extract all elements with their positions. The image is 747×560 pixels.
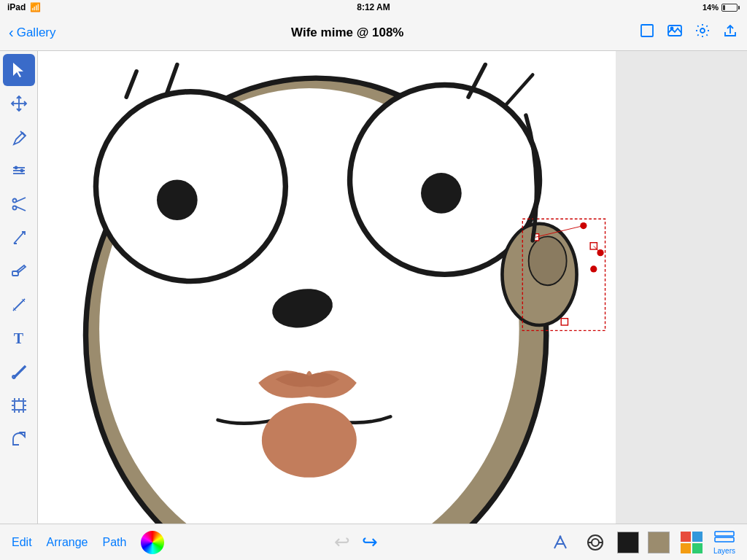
status-left: iPad 📶 — [7, 2, 41, 12]
nav-bar: ‹ Gallery Wife mime @ 108% — [0, 15, 747, 51]
color-wheel[interactable] — [141, 531, 164, 554]
document-title: Wife mime @ 108% — [291, 26, 403, 40]
pen-tool[interactable] — [3, 121, 35, 153]
layers-button[interactable]: Layers — [713, 530, 735, 555]
svg-point-41 — [157, 179, 198, 220]
line-tool[interactable] — [3, 289, 35, 321]
svg-point-60 — [262, 403, 357, 478]
nav-back[interactable]: ‹ Gallery — [9, 24, 56, 41]
bottom-left: Edit Arrange Path — [12, 531, 164, 554]
wifi-icon: 📶 — [30, 2, 41, 12]
undo-button[interactable]: ↩ — [334, 531, 350, 553]
bottom-undo-redo: ↩ ↪ — [334, 531, 378, 553]
svg-rect-70 — [692, 543, 703, 553]
svg-point-3 — [700, 28, 705, 33]
image-icon[interactable] — [667, 23, 683, 42]
svg-point-49 — [529, 236, 567, 285]
black-swatch[interactable] — [617, 532, 639, 553]
svg-rect-68 — [692, 532, 703, 542]
bottom-right: Layers — [547, 529, 735, 556]
canvas-svg — [38, 51, 616, 524]
edit-menu[interactable]: Edit — [12, 536, 32, 549]
battery-percent: 14% — [703, 3, 719, 12]
svg-point-64 — [592, 539, 599, 546]
svg-point-15 — [12, 206, 16, 210]
svg-line-47 — [506, 74, 533, 105]
svg-point-12 — [15, 167, 17, 169]
direct-select-tool[interactable] — [3, 155, 35, 187]
eraser-tool[interactable] — [3, 255, 35, 287]
settings-icon[interactable] — [694, 23, 711, 42]
font-button[interactable] — [547, 529, 573, 556]
mosaic-swatch[interactable] — [678, 529, 705, 556]
svg-rect-25 — [15, 401, 23, 410]
bottom-toolbar: Edit Arrange Path ↩ ↪ — [0, 524, 747, 560]
status-right: 14% — [703, 3, 740, 12]
svg-line-44 — [126, 71, 136, 97]
svg-point-13 — [20, 170, 23, 172]
svg-rect-0 — [641, 25, 653, 36]
svg-line-17 — [16, 207, 26, 211]
back-arrow-icon: ‹ — [9, 24, 14, 41]
ipad-label: iPad — [7, 2, 26, 12]
text-tool[interactable]: T — [3, 322, 35, 354]
arrange-menu[interactable]: Arrange — [47, 536, 88, 549]
pencil-tool[interactable] — [3, 222, 35, 254]
redo-button[interactable]: ↪ — [362, 531, 378, 553]
canvas-area[interactable] — [38, 51, 616, 524]
nav-actions — [639, 23, 738, 42]
svg-rect-67 — [681, 532, 691, 542]
svg-point-51 — [590, 265, 597, 272]
svg-point-2 — [671, 28, 673, 30]
svg-point-14 — [12, 199, 16, 203]
artboard-tool[interactable] — [3, 389, 35, 421]
svg-line-18 — [14, 232, 24, 244]
svg-line-45 — [167, 65, 177, 93]
svg-marker-5 — [13, 63, 23, 77]
tan-swatch[interactable] — [648, 532, 670, 553]
status-bar: iPad 📶 8:12 AM 14% — [0, 0, 747, 15]
share-icon[interactable] — [722, 23, 738, 42]
layers-label: Layers — [713, 547, 735, 555]
svg-rect-55 — [561, 319, 568, 325]
left-toolbar: T — [0, 51, 38, 524]
gallery-label[interactable]: Gallery — [17, 26, 56, 40]
scissors-tool[interactable] — [3, 188, 35, 220]
move-tool[interactable] — [3, 88, 35, 120]
svg-rect-71 — [715, 532, 734, 536]
svg-line-21 — [13, 299, 25, 311]
crop-icon[interactable] — [639, 23, 655, 42]
path-menu[interactable]: Path — [103, 536, 127, 549]
eyedropper-tool[interactable] — [3, 356, 35, 388]
status-time: 8:12 AM — [357, 2, 390, 12]
svg-point-62 — [559, 535, 561, 537]
right-panel — [616, 51, 747, 524]
svg-line-16 — [16, 198, 26, 202]
align-button[interactable] — [582, 529, 608, 556]
battery-icon — [721, 4, 740, 12]
svg-point-43 — [421, 173, 462, 214]
select-tool[interactable] — [3, 54, 35, 86]
rotate-tool[interactable] — [3, 423, 35, 455]
svg-rect-69 — [681, 543, 691, 553]
svg-rect-72 — [715, 537, 734, 542]
